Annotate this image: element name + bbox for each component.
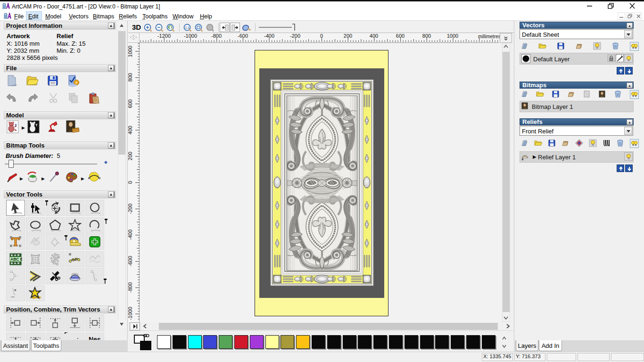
svg-text:-200: -200 — [290, 33, 300, 39]
svg-text:200: 200 — [344, 33, 352, 39]
svg-text:-400: -400 — [264, 33, 274, 39]
svg-text:200: 200 — [128, 152, 133, 160]
svg-text:T: T — [15, 123, 17, 127]
svg-text:400: 400 — [128, 126, 133, 134]
svg-text:-600: -600 — [238, 33, 248, 39]
svg-text:0: 0 — [128, 181, 133, 184]
svg-text:0: 0 — [320, 33, 323, 39]
svg-text:-1000: -1000 — [128, 307, 133, 320]
svg-text:800: 800 — [422, 33, 431, 39]
svg-text:-800: -800 — [211, 33, 222, 39]
svg-text:400: 400 — [370, 33, 378, 39]
svg-text:1000: 1000 — [447, 33, 458, 39]
svg-text:1:1: 1:1 — [185, 26, 190, 29]
svg-text:600: 600 — [128, 99, 133, 108]
svg-text:1000: 1000 — [128, 46, 133, 57]
svg-text:-800: -800 — [128, 282, 133, 293]
svg-text:T: T — [35, 123, 38, 127]
svg-text:-1200: -1200 — [157, 33, 171, 39]
svg-text:-1000: -1000 — [184, 33, 197, 39]
svg-text:800: 800 — [128, 73, 133, 82]
svg-text:-400: -400 — [128, 230, 133, 240]
svg-text:Nes: Nes — [89, 336, 101, 340]
svg-text:-600: -600 — [128, 256, 133, 266]
svg-text:600: 600 — [396, 33, 405, 39]
svg-text:ABC E: ABC E — [10, 257, 22, 262]
svg-text:-200: -200 — [128, 204, 133, 214]
